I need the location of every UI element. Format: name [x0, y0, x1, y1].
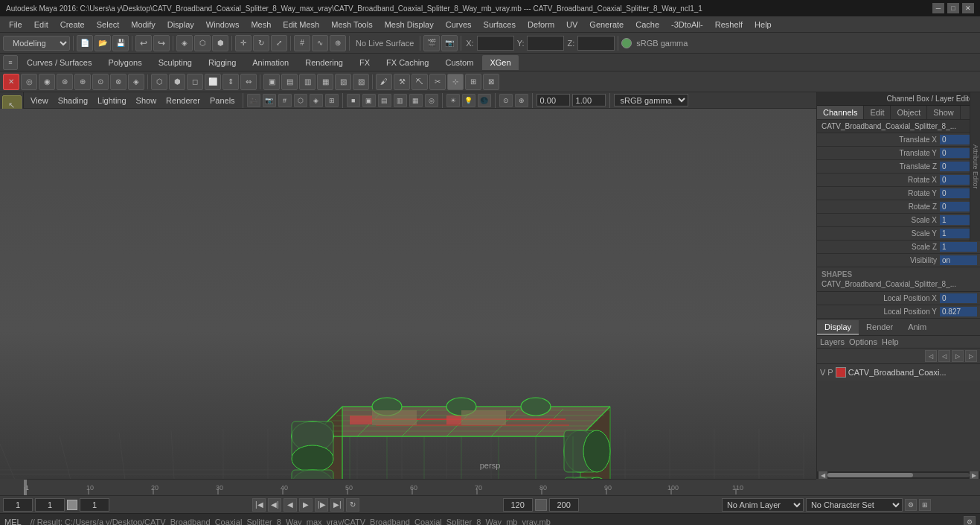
vp-shade1[interactable]: ■ — [347, 94, 360, 107]
tab-rendering[interactable]: Rendering — [298, 55, 350, 70]
menu-select[interactable]: Select — [91, 19, 126, 31]
tab-animation[interactable]: Animation — [245, 55, 296, 70]
tool-obj3[interactable]: ⊛ — [57, 74, 73, 90]
tool-pivot[interactable]: ◈ — [128, 74, 144, 90]
disp-tab-anim[interactable]: Anim — [900, 320, 934, 335]
menu-edit[interactable]: Edit — [28, 19, 54, 31]
vp-val1[interactable] — [537, 94, 570, 106]
vp-val2[interactable] — [572, 94, 606, 106]
scroll-thumb[interactable] — [827, 473, 913, 477]
tool-sculpt[interactable]: ⚒ — [394, 74, 410, 90]
menu-create[interactable]: Create — [54, 19, 91, 31]
panel-toggle[interactable]: ≡ — [3, 55, 18, 70]
undo-btn[interactable]: ↩ — [135, 35, 152, 51]
tool-magnet[interactable]: ⊙ — [92, 74, 109, 90]
char-set-select[interactable]: No Character Set — [806, 498, 903, 512]
vp-shade2[interactable]: ▣ — [362, 94, 376, 107]
ch-tab-object[interactable]: Object — [891, 106, 927, 119]
paint-sel-tool[interactable]: ⬢ — [212, 35, 228, 51]
new-file-btn[interactable]: 📄 — [77, 35, 93, 51]
open-file-btn[interactable]: 📂 — [95, 35, 111, 51]
tool-ring[interactable]: ⊠ — [483, 74, 499, 90]
color-profile-select[interactable]: sRGB gamma — [614, 94, 688, 106]
menu-reshelf[interactable]: Reshelf — [709, 19, 749, 31]
move-tool[interactable]: ✛ — [235, 35, 252, 51]
layers-menu-help[interactable]: Help — [882, 337, 899, 346]
vp-lights2[interactable]: 💡 — [462, 94, 475, 107]
vp-wireframe[interactable]: ⬡ — [294, 94, 307, 107]
scroll-right-btn[interactable]: ▶ — [970, 471, 979, 479]
vp-show-all[interactable]: ⊞ — [325, 94, 339, 107]
tool-merge[interactable]: ▨ — [353, 74, 369, 90]
end-frame-input[interactable] — [503, 498, 533, 512]
menu-file[interactable]: File — [3, 19, 28, 31]
loop-btn[interactable]: ↻ — [346, 498, 359, 512]
tool-bevel[interactable]: ▤ — [281, 74, 298, 90]
vp-shade6[interactable]: ◎ — [425, 94, 438, 107]
layer-icon-2[interactable]: ◁ — [938, 350, 950, 362]
anim-layer-select[interactable]: No Anim Layer — [722, 498, 804, 512]
menu-deform[interactable]: Deform — [522, 19, 560, 31]
tool-connect[interactable]: ⊞ — [465, 74, 481, 90]
axis-y-input[interactable] — [527, 36, 564, 51]
char-set-btn2[interactable]: ⊞ — [919, 499, 931, 511]
camera-btn[interactable]: 📷 — [441, 35, 458, 51]
ch-tab-edit[interactable]: Edit — [864, 106, 891, 119]
ch-tab-show[interactable]: Show — [927, 106, 961, 119]
attribute-editor-side-label[interactable]: Attribute Editor — [970, 92, 980, 241]
tool-bridge[interactable]: ▦ — [317, 74, 333, 90]
vp-cam-btn[interactable]: 🎥 — [247, 94, 260, 107]
tool-sculpt2[interactable]: ⛏ — [411, 74, 428, 90]
snap-point[interactable]: ⊕ — [330, 35, 346, 51]
scroll-left-btn[interactable]: ◀ — [819, 471, 827, 479]
snap-curve[interactable]: ∿ — [312, 35, 328, 51]
vp-cam2[interactable]: 📷 — [263, 94, 276, 107]
tool-add[interactable]: ⊕ — [74, 74, 91, 90]
layers-menu-layers[interactable]: Layers — [820, 337, 845, 346]
menu-cache[interactable]: Cache — [630, 19, 665, 31]
layer-color-swatch[interactable] — [836, 367, 846, 378]
maximize-button[interactable]: □ — [947, 3, 959, 13]
scale-tool[interactable]: ⤢ — [271, 35, 287, 51]
menu-edit-mesh[interactable]: Edit Mesh — [277, 19, 325, 31]
timeline[interactable]: 1 10 20 30 40 50 60 70 80 90 100 110 — [24, 479, 816, 495]
tab-xgen[interactable]: XGen — [482, 55, 518, 70]
vp-menu-show[interactable]: Show — [132, 95, 161, 106]
vp-shade3[interactable]: ▤ — [378, 94, 391, 107]
minimize-button[interactable]: ─ — [932, 3, 944, 13]
ch-scale-z-value[interactable]: 1 — [940, 242, 977, 252]
vp-xray[interactable]: ◈ — [310, 94, 323, 107]
tool-move[interactable]: ⇕ — [222, 74, 239, 90]
layers-menu-options[interactable]: Options — [849, 337, 877, 346]
play-fwd-btn[interactable]: ▶ — [299, 498, 313, 512]
tool-move2[interactable]: ⇔ — [240, 74, 257, 90]
start-frame-input[interactable] — [3, 498, 33, 512]
select-tool[interactable]: ◈ — [176, 35, 193, 51]
menu-mesh-display[interactable]: Mesh Display — [379, 19, 440, 31]
axis-x-input[interactable] — [477, 36, 514, 51]
vp-shadow[interactable]: 🌑 — [478, 94, 491, 107]
vp-menu-renderer[interactable]: Renderer — [162, 95, 204, 106]
vp-grid-toggle[interactable]: # — [278, 94, 292, 107]
tool-crease[interactable]: ▥ — [299, 74, 316, 90]
ch-local-pos-x-value[interactable]: 0 — [940, 293, 977, 303]
workspace-selector[interactable]: Modeling — [3, 36, 70, 51]
menu-mesh-tools[interactable]: Mesh Tools — [325, 19, 378, 31]
ch-local-pos-y-value[interactable]: 0.827 — [940, 307, 977, 316]
disp-tab-render[interactable]: Render — [859, 320, 900, 335]
play-back-btn[interactable]: ◀ — [284, 498, 297, 512]
vp-shade4[interactable]: ▥ — [394, 94, 407, 107]
menu-generate[interactable]: Generate — [583, 19, 630, 31]
tab-rigging[interactable]: Rigging — [201, 55, 243, 70]
tool-snap[interactable]: ⊗ — [110, 74, 126, 90]
disp-tab-display[interactable]: Display — [817, 320, 859, 335]
vp-menu-panels[interactable]: Panels — [206, 95, 239, 106]
status-settings-btn[interactable]: ⚙ — [964, 516, 976, 526]
tool-obj2[interactable]: ◉ — [39, 74, 55, 90]
tab-fx[interactable]: FX — [352, 55, 377, 70]
right-panel-scrollbar[interactable]: ◀ ▶ — [817, 471, 980, 479]
anim-end-input[interactable] — [549, 498, 579, 512]
menu-modify[interactable]: Modify — [125, 19, 161, 31]
render-btn[interactable]: 🎬 — [423, 35, 440, 51]
tool-poly3[interactable]: ◻ — [187, 74, 203, 90]
